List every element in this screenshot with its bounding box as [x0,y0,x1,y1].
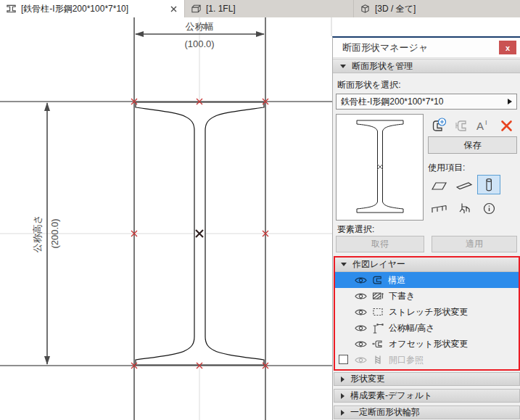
tab-label: [鉄骨柱-I形鋼200*100*7*10] [21,3,128,15]
height-dim-label: 公称高さ [32,215,43,252]
delete-icon [502,121,511,130]
delete-profile-button[interactable] [497,117,516,134]
panel-close-button[interactable]: x [499,41,516,54]
use-with-object-toggle[interactable] [453,199,476,218]
duplicate-profile-icon [458,121,466,131]
eye-icon[interactable] [355,356,367,364]
layer-label: 開口参照 [389,354,424,366]
get-button[interactable]: 取得 [336,236,424,252]
section-header-components-default[interactable]: 構成要素-デフォルト [334,389,520,403]
eye-icon[interactable] [355,324,367,332]
chevron-right-icon [341,410,344,416]
stretch-layer-icon [372,307,384,317]
dim-arrow-top [44,102,50,111]
layer-row-structure[interactable]: 構造 [335,272,519,288]
profile-layer-icon [372,275,383,285]
tab-close-icon[interactable] [169,4,178,14]
section-header-label: 構成要素-デフォルト [350,390,432,402]
layer-label: 構造 [388,274,405,287]
width-dim-value: (100.0) [184,38,214,49]
tab-label: [1. 1FL] [206,4,236,14]
chevron-right-icon [341,393,344,399]
beam-icon [457,183,471,189]
tab-bar: [鉄骨柱-I形鋼200*100*7*10] [1. 1FL] [3D / 全て] [0,0,520,17]
section-header-label: 形状変更 [350,373,385,385]
floor-plan-icon [191,4,202,14]
rename-profile-button[interactable]: A I [474,117,492,134]
new-profile-button[interactable] [429,117,448,134]
use-with-beam-toggle[interactable] [453,176,476,195]
tab-profile-editor[interactable]: [鉄骨柱-I形鋼200*100*7*10] [0,0,185,17]
tab-3d-view[interactable]: [3D / 全て] [354,0,520,17]
use-with-column-toggle[interactable] [477,175,500,194]
layer-row-stretch[interactable]: ストレッチ形状変更 [335,304,519,320]
section-header-shape-edit[interactable]: 形状変更 [334,372,520,386]
section-header-label: 一定断面形状輪郭 [350,406,420,419]
eye-icon[interactable] [355,292,367,300]
layer-row-opening-reference[interactable]: 開口参照 [335,352,519,368]
save-button[interactable]: 保存 [428,136,517,154]
eye-icon[interactable] [355,308,367,316]
layer-label: オフセット形状変更 [389,338,468,350]
railing-icon [432,206,446,213]
svg-text:I: I [485,119,487,126]
eye-icon[interactable] [355,340,367,348]
dim-arrow-bottom [44,356,50,365]
3d-view-icon [360,4,371,14]
select-profile-label: 断面形状を選択: [337,79,401,91]
offset-layer-icon [372,339,384,349]
object-icon [460,204,469,214]
element-select-label: 要素選択: [337,223,374,236]
selected-profile-name: 鉄骨柱-I形鋼200*100*7*10 [341,96,443,108]
layer-label: 公称幅/高さ [389,322,435,334]
tab-floor-plan[interactable]: [1. 1FL] [185,0,354,17]
draft-layer-icon [372,291,384,301]
apply-button[interactable]: 適用 [432,236,517,252]
chevron-down-icon [341,263,347,266]
profile-drawing: 公称幅 (100.0) 公称高さ (200.0) [0,17,332,420]
drawing-layers-highlight: 作図レイヤー 構造 下書き ストレッチ形状変更 公称幅/高さ オフセット形状変更 [334,256,520,371]
duplicate-profile-button[interactable] [452,117,471,134]
use-with-railing-toggle[interactable] [427,199,450,218]
eye-icon[interactable] [355,276,367,284]
profile-manager-panel: 断面形状マネージャ x 断面形状を管理 断面形状を選択: 鉄骨柱-I形鋼200*… [332,36,520,420]
layer-label: 下書き [389,290,415,302]
layer-row-offset[interactable]: オフセット形状変更 [335,336,519,352]
use-with-info-toggle[interactable] [477,199,500,218]
layer-row-nominal-size[interactable]: 公称幅/高さ [335,320,519,336]
use-with-wall-toggle[interactable] [427,176,450,195]
section-header-manage-profiles[interactable]: 断面形状を管理 [333,59,520,73]
section-header-drawing-layers[interactable]: 作図レイヤー [335,258,519,272]
use-with-label: 使用項目: [428,162,465,174]
section-header-label: 断面形状を管理 [352,60,413,73]
height-dim-value: (200.0) [49,218,60,248]
dim-arrow-left [135,31,144,37]
dim-arrow-right [256,31,265,37]
nominal-size-layer-icon [372,323,384,334]
opening-reference-checkbox[interactable] [339,355,348,364]
chevron-right-icon [341,376,344,382]
profile-preview [336,114,424,221]
width-dim-label: 公称幅 [186,21,214,32]
panel-title: 断面形状マネージャ [333,38,520,58]
i-beam-profile-icon [6,4,17,14]
section-header-constant-profile-outline[interactable]: 一定断面形状輪郭 [334,405,520,419]
layer-label: ストレッチ形状変更 [389,306,468,318]
chevron-down-icon [340,65,346,68]
rename-icon: A [476,120,484,132]
dropdown-arrow-icon [508,99,512,104]
profile-preview-drawing [337,115,423,219]
profile-select-dropdown[interactable]: 鉄骨柱-I形鋼200*100*7*10 [336,94,517,110]
wall-icon [432,183,446,189]
opening-layer-icon [372,355,384,365]
layer-row-draft[interactable]: 下書き [335,288,519,304]
section-header-label: 作図レイヤー [352,258,405,271]
tab-label: [3D / 全て] [375,3,416,15]
